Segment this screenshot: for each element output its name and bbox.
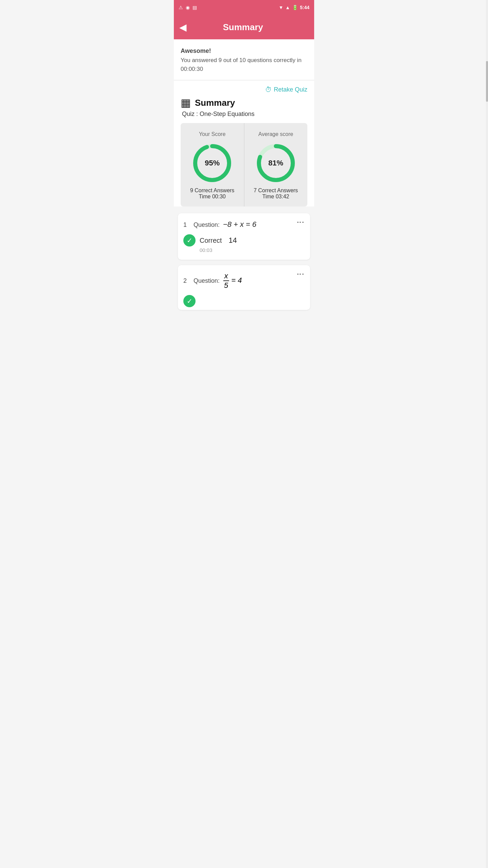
warning-icon: ⚠ (179, 5, 183, 10)
question-card-1: ⋮ 1 Question: −8 + x = 6 ✓ Correct 14 00… (178, 213, 310, 260)
awesome-section: Awesome! You answered 9 out of 10 questi… (174, 39, 314, 80)
card-2-answer-row: ✓ (183, 295, 305, 307)
average-score-answers: 7 Correct Answers Time 03:42 (253, 188, 298, 200)
card-1-num: 1 (183, 221, 190, 229)
fraction-numerator: x (223, 272, 229, 281)
clipboard-icon: ▤ (192, 5, 197, 10)
status-icons-left: ⚠ ◉ ▤ (179, 5, 197, 10)
your-score-percent: 95% (205, 159, 220, 167)
page-title: Summary (192, 22, 294, 33)
average-score-col: Average score 81% 7 Correct Answers Time… (244, 123, 308, 206)
score-panel: Your Score 95% 9 Correct Answers Time 00… (181, 123, 307, 206)
card-2-question-row: 2 Question: x 5 = 4 (183, 272, 305, 290)
card-1-correct-label: Correct (200, 237, 222, 244)
summary-section: ⏱ Retake Quiz ▦ Summary Quiz : One-Step … (174, 80, 314, 206)
card-2-label: Question: (194, 277, 220, 284)
timer-icon: ◉ (186, 5, 190, 10)
card-1-label: Question: (194, 221, 220, 229)
your-score-donut: 95% (192, 143, 232, 183)
card-1-answer-row: ✓ Correct 14 (183, 234, 305, 246)
chart-icon: ▦ (181, 96, 191, 109)
card-menu-2[interactable]: ⋮ (296, 271, 305, 278)
fraction-display: x 5 (223, 272, 229, 290)
card-1-time: 00:03 (200, 247, 305, 253)
average-score-donut: 81% (256, 143, 296, 183)
fraction-denominator: 5 (223, 281, 229, 290)
your-score-answers: 9 Correct Answers Time 00:30 (190, 188, 235, 200)
fraction-equals: = 4 (231, 276, 242, 284)
signal-icon: ▲ (285, 5, 290, 10)
status-bar: ⚠ ◉ ▤ ▼ ▲ 🔋 5:44 (174, 0, 314, 15)
card-1-question-row: 1 Question: −8 + x = 6 (183, 220, 305, 229)
card-1-correct-badge: ✓ (183, 234, 196, 246)
card-menu-1[interactable]: ⋮ (296, 219, 305, 226)
your-score-col: Your Score 95% 9 Correct Answers Time 00… (181, 123, 244, 206)
battery-icon: 🔋 (292, 5, 298, 10)
awesome-body: You answered 9 out of 10 questions corre… (181, 56, 307, 73)
question-card-2: ⋮ 2 Question: x 5 = 4 ✓ (178, 265, 310, 310)
summary-heading: Summary (195, 98, 235, 108)
average-score-percent: 81% (268, 159, 283, 167)
card-2-num: 2 (183, 277, 190, 284)
summary-heading-row: ▦ Summary (181, 96, 307, 109)
card-1-math: −8 + x = 6 (223, 220, 256, 229)
card-2-correct-badge: ✓ (183, 295, 196, 307)
retake-icon: ⏱ (265, 86, 272, 94)
clock: 5:44 (300, 5, 309, 10)
retake-label: Retake Quiz (274, 86, 307, 93)
cards-section: ⋮ 1 Question: −8 + x = 6 ✓ Correct 14 00… (174, 213, 314, 317)
card-2-math: x 5 = 4 (223, 272, 242, 290)
quiz-name: Quiz : One-Step Equations (181, 111, 307, 118)
back-button[interactable]: ◀ (179, 22, 187, 33)
retake-quiz-button[interactable]: ⏱ Retake Quiz (265, 86, 307, 94)
average-score-label: Average score (258, 131, 293, 137)
wifi-icon: ▼ (279, 5, 283, 10)
summary-top-row: ⏱ Retake Quiz (181, 86, 307, 94)
header: ◀ Summary (174, 15, 314, 39)
your-score-label: Your Score (199, 131, 226, 137)
awesome-heading: Awesome! (181, 47, 307, 55)
card-1-answer-value: 14 (229, 236, 237, 245)
status-icons-right: ▼ ▲ 🔋 5:44 (279, 5, 309, 10)
